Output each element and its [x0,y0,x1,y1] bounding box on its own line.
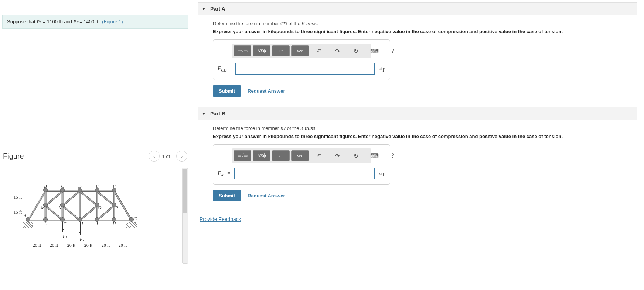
prompt-text: Suppose that [7,19,37,24]
part-b-submit-button[interactable]: Submit [213,190,241,201]
part-b-answer-box: ▭√▭ ΑΣϕ ↓↑ vec ↶ ↷ ↻ ⌨ ? FKJ = kip [213,144,390,185]
undo-icon[interactable]: ↶ [310,151,327,161]
part-b-unit: kip [378,170,385,177]
part-a-submit-button[interactable]: Submit [213,85,241,97]
p2-symbol: P₂ [74,19,78,24]
part-a-answer-input[interactable] [235,63,375,75]
reset-icon[interactable]: ↻ [347,46,364,56]
problem-statement: Suppose that P₁ = 1100 lb and P₂ = 1400 … [2,15,188,29]
provide-feedback-link[interactable]: Provide Feedback [200,216,241,222]
pane-divider [192,0,192,290]
template-icon[interactable]: ▭√▭ [234,45,251,56]
help-icon[interactable]: ? [384,46,401,56]
swap-icon[interactable]: ↓↑ [272,150,290,161]
swap-icon[interactable]: ↓↑ [272,45,290,56]
figure-scrollbar[interactable] [182,168,188,264]
vec-icon[interactable]: vec [291,45,309,56]
greek-icon[interactable]: ΑΣϕ [253,150,270,161]
figure-next-button[interactable]: › [176,151,187,162]
part-a-request-answer-link[interactable]: Request Answer [248,88,285,94]
part-a-title: Part A [210,6,225,12]
part-a-answer-box: ▭√▭ ΑΣϕ ↓↑ vec ↶ ↷ ↻ ⌨ ? FCD = kip [213,39,390,80]
caret-down-icon: ▼ [202,111,206,116]
part-a-hint: Express your answer in kilopounds to thr… [213,29,633,34]
part-a-variable: FCD = [218,65,232,72]
part-b-answer-input[interactable] [234,168,375,179]
template-icon[interactable]: ▭√▭ [234,150,251,161]
caret-down-icon: ▼ [202,7,206,11]
part-b-title: Part B [210,111,225,117]
figure-link[interactable]: (Figure 1) [102,19,123,24]
help-icon[interactable]: ? [384,151,401,161]
part-b-hint: Express your answer in kilopounds to thr… [213,134,633,139]
keyboard-icon[interactable]: ⌨ [366,151,383,161]
part-b-request-answer-link[interactable]: Request Answer [248,193,285,198]
figure-pager: ‹ 1 of 1 › [149,151,187,162]
part-b-question: Determine the force in member KJ of the … [213,125,633,131]
equation-toolbar: ▭√▭ ΑΣϕ ↓↑ vec ↶ ↷ ↻ ⌨ ? [232,148,371,163]
greek-icon[interactable]: ΑΣϕ [253,45,270,56]
part-b-variable: FKJ = [218,170,231,177]
equation-toolbar: ▭√▭ ΑΣϕ ↓↑ vec ↶ ↷ ↻ ⌨ ? [232,44,371,58]
part-b-header[interactable]: ▼ Part B [198,107,637,120]
redo-icon[interactable]: ↷ [329,151,346,161]
figure-heading: Figure [3,152,24,160]
figure-prev-button[interactable]: ‹ [149,151,160,162]
p1-symbol: P₁ [37,19,41,24]
figure-page-indicator: 1 of 1 [162,153,174,159]
part-a-unit: kip [378,66,385,72]
redo-icon[interactable]: ↷ [329,46,346,56]
undo-icon[interactable]: ↶ [310,46,327,56]
part-a-header[interactable]: ▼ Part A [198,2,637,15]
vec-icon[interactable]: vec [291,150,309,161]
keyboard-icon[interactable]: ⌨ [366,46,383,56]
reset-icon[interactable]: ↻ [347,151,364,161]
figure-image: B C D E F A L K J I H G M N O P P₁ [2,168,182,264]
part-a-question: Determine the force in member CD of the … [213,21,633,27]
